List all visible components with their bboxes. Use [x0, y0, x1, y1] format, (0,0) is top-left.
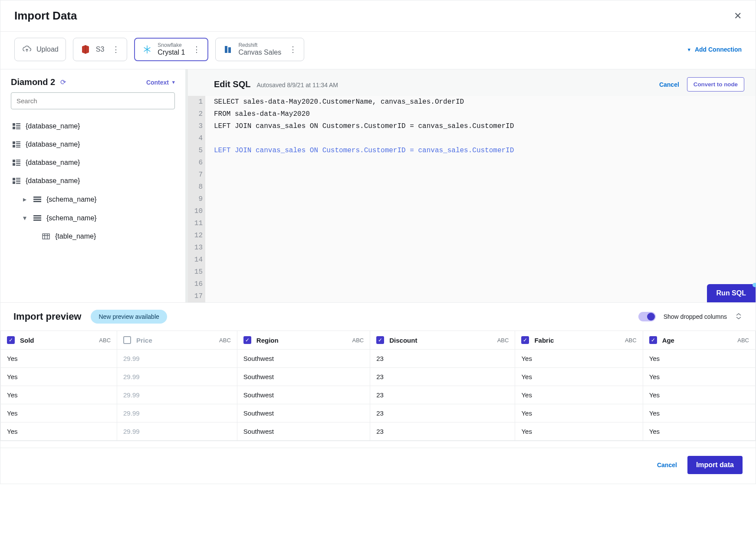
- upload-label: Upload: [36, 46, 59, 53]
- column-header[interactable]: ✓DiscountABC: [370, 331, 515, 350]
- snowflake-menu-icon[interactable]: ⋮: [190, 45, 201, 54]
- svg-rect-6: [13, 141, 15, 144]
- svg-rect-30: [43, 234, 49, 239]
- close-icon[interactable]: ✕: [734, 11, 742, 21]
- preview-title: Import preview: [13, 311, 81, 322]
- column-name: Sold: [20, 337, 34, 344]
- column-checkbox[interactable]: ✓: [376, 336, 384, 344]
- s3-icon: [80, 44, 91, 55]
- table-cell: Southwest: [237, 368, 370, 386]
- table-cell: Yes: [515, 350, 643, 368]
- svg-rect-26: [33, 201, 41, 202]
- redshift-source-pill[interactable]: Redshift Canvas Sales ⋮: [215, 38, 304, 61]
- svg-rect-5: [16, 128, 20, 129]
- schema-label: {schema_name}: [46, 196, 97, 203]
- svg-rect-13: [16, 160, 20, 160]
- show-dropped-toggle[interactable]: [638, 312, 656, 321]
- s3-label: S3: [96, 46, 105, 53]
- svg-rect-12: [13, 160, 15, 162]
- table-row: Yes29.99Southwest23YesYes: [1, 350, 756, 368]
- svg-rect-3: [13, 127, 15, 129]
- table-icon: [42, 233, 50, 239]
- table-cell: Yes: [515, 368, 643, 386]
- column-checkbox[interactable]: ✓: [123, 336, 131, 344]
- table-tree-item[interactable]: {table_name}: [11, 227, 175, 246]
- sql-editor[interactable]: 1234567891011121314151617 SELECT sales-d…: [188, 96, 756, 302]
- column-checkbox[interactable]: ✓: [521, 336, 529, 344]
- table-cell: Yes: [643, 350, 755, 368]
- snowflake-source-pill[interactable]: Snowflake Crystal 1 ⋮: [134, 38, 208, 61]
- column-type: ABC: [625, 337, 637, 344]
- svg-rect-0: [13, 123, 15, 126]
- redshift-name: Canvas Sales: [238, 49, 281, 56]
- convert-to-node-button[interactable]: Convert to node: [687, 77, 744, 92]
- db-tree-item[interactable]: {database_name}: [11, 154, 175, 172]
- table-cell: Yes: [1, 404, 117, 422]
- schema-tree-item[interactable]: ▾ {schema_name}: [11, 209, 175, 227]
- schema-sidebar: Diamond 2 ⟳ Context ▾ {database_name} {d…: [0, 69, 188, 302]
- svg-rect-10: [16, 145, 20, 146]
- column-name: Region: [256, 337, 279, 344]
- run-sql-button[interactable]: Run SQL: [707, 284, 756, 302]
- sql-line: LEFT JOIN canvas_sales ON Customers.Cust…: [214, 120, 756, 132]
- footer-cancel-button[interactable]: Cancel: [657, 462, 677, 468]
- svg-rect-21: [13, 181, 15, 184]
- svg-rect-7: [16, 141, 20, 142]
- column-header[interactable]: ✓SoldABC: [1, 331, 117, 350]
- db-tree-item[interactable]: {database_name}: [11, 172, 175, 190]
- table-cell: Yes: [643, 404, 755, 422]
- sql-line: LEFT JOIN canvas_sales ON Customers.Cust…: [214, 144, 756, 157]
- table-cell: Yes: [1, 350, 117, 368]
- chevron-down-icon[interactable]: ▾: [23, 214, 28, 222]
- snowflake-name: Crystal 1: [158, 49, 185, 56]
- expand-icon[interactable]: [735, 312, 743, 321]
- table-cell: 29.99: [117, 404, 237, 422]
- table-cell: Yes: [643, 368, 755, 386]
- s3-source-pill[interactable]: S3 ⋮: [73, 38, 128, 61]
- notification-dot-icon: [753, 283, 756, 287]
- column-checkbox[interactable]: ✓: [7, 336, 15, 344]
- svg-rect-23: [16, 183, 20, 184]
- table-cell: 23: [370, 404, 515, 422]
- svg-rect-24: [33, 196, 41, 198]
- redshift-menu-icon[interactable]: ⋮: [286, 45, 297, 54]
- column-header[interactable]: ✓RegionABC: [237, 331, 370, 350]
- table-cell: Yes: [515, 386, 643, 404]
- caret-down-icon: ▾: [172, 79, 175, 85]
- column-checkbox[interactable]: ✓: [243, 336, 251, 344]
- refresh-icon[interactable]: ⟳: [60, 78, 66, 86]
- editor-cancel-button[interactable]: Cancel: [659, 81, 679, 88]
- schema-tree-item[interactable]: ▸ {schema_name}: [11, 190, 175, 209]
- sql-line: FROM sales-data-May2020: [214, 108, 756, 120]
- db-tree-item[interactable]: {database_name}: [11, 135, 175, 154]
- svg-rect-22: [16, 181, 20, 182]
- table-cell: 23: [370, 422, 515, 441]
- table-cell: Yes: [1, 386, 117, 404]
- import-data-button[interactable]: Import data: [687, 456, 743, 474]
- chevron-right-icon[interactable]: ▸: [23, 195, 28, 203]
- database-icon: [13, 178, 20, 184]
- svg-rect-4: [16, 127, 20, 128]
- column-header[interactable]: ✓FabricABC: [515, 331, 643, 350]
- column-header[interactable]: ✓PriceABC: [117, 331, 237, 350]
- column-header[interactable]: ✓AgeABC: [643, 331, 755, 350]
- context-dropdown[interactable]: Context ▾: [146, 79, 175, 86]
- add-connection-button[interactable]: ▾ Add Connection: [688, 46, 742, 53]
- s3-menu-icon[interactable]: ⋮: [109, 45, 120, 54]
- schema-label: {schema_name}: [46, 214, 97, 222]
- search-input[interactable]: [11, 92, 175, 109]
- table-cell: 29.99: [117, 386, 237, 404]
- column-name: Fabric: [534, 337, 554, 344]
- db-tree-item[interactable]: {database_name}: [11, 117, 175, 135]
- new-preview-badge[interactable]: New preview available: [91, 310, 167, 324]
- context-label: Context: [146, 79, 169, 86]
- column-name: Price: [136, 337, 152, 344]
- column-checkbox[interactable]: ✓: [649, 336, 657, 344]
- db-label: {database_name}: [26, 159, 80, 167]
- upload-button[interactable]: Upload: [14, 38, 66, 61]
- db-label: {database_name}: [26, 141, 80, 148]
- sql-line: [214, 132, 756, 144]
- table-cell: Southwest: [237, 404, 370, 422]
- column-type: ABC: [497, 337, 509, 344]
- redshift-icon: [223, 44, 233, 55]
